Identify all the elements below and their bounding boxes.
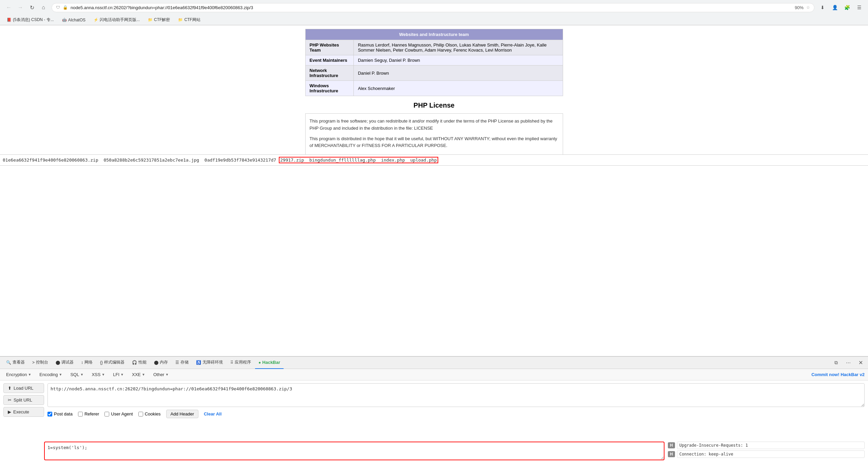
scroll-text-bar: 01e6ea6632f941f9e400f6e820060863.zip 050… <box>0 154 868 166</box>
browser-toolbar: ← → ↻ ⌂ 🛡 🔒 node5.anna.nssctf.cn:26202/?… <box>0 0 868 15</box>
bookmark-flash-label: 闪电活动助手网页版... <box>100 17 140 23</box>
php-info-table: Websites and Infrastructure team PHP Web… <box>305 29 563 96</box>
csdn-icon: 📕 <box>7 18 12 22</box>
role-windows: Windows Infrastructure <box>305 81 354 96</box>
members-event: Damien Seguy, Daniel P. Brown <box>354 55 563 66</box>
bookmark-aichat-label: AIchatOS <box>68 18 85 22</box>
security-icon: 🛡 <box>56 5 60 10</box>
role-network: Network Infrastructure <box>305 66 354 81</box>
license-para-1: This program is free software; you can r… <box>310 118 559 132</box>
back-button[interactable]: ← <box>4 3 14 12</box>
table-row: Event Maintainers Damien Seguy, Daniel P… <box>305 55 563 66</box>
star-icon[interactable]: ☆ <box>806 5 810 10</box>
zoom-level: 90% <box>795 5 804 10</box>
php-license-section: PHP License This program is free softwar… <box>305 101 563 154</box>
url-display: node5.anna.nssctf.cn:26202/?bingdundun=p… <box>71 5 792 10</box>
reload-button[interactable]: ↻ <box>27 3 37 12</box>
members-network: Daniel P. Brown <box>354 66 563 81</box>
aichat-icon: 🤖 <box>62 18 67 22</box>
browser-chrome: ← → ↻ ⌂ 🛡 🔒 node5.anna.nssctf.cn:26202/?… <box>0 0 868 25</box>
bookmark-ctf-decode-label: CTF解密 <box>154 17 170 23</box>
bookmark-aichat[interactable]: 🤖 AIchatOS <box>59 17 88 23</box>
lock-icon: 🔒 <box>63 5 68 10</box>
bookmarks-bar: 📕 (5条消息) CSDN - 专... 🤖 AIchatOS ⚡ 闪电活动助手… <box>0 15 868 25</box>
bookmark-ctf-site-label: CTF网站 <box>184 17 200 23</box>
download-button[interactable]: ⬇ <box>818 3 827 12</box>
php-license-title: PHP License <box>305 101 563 109</box>
bookmark-csdn[interactable]: 📕 (5条消息) CSDN - 专... <box>4 16 57 23</box>
scroll-text: 01e6ea6632f941f9e400f6e820060863.zip 050… <box>0 157 441 163</box>
flash-icon: ⚡ <box>94 18 98 22</box>
highlight-box: 29917.zip bingdundun_ffllllllag.php inde… <box>279 157 438 163</box>
profile-button[interactable]: 👤 <box>830 3 840 12</box>
table-row: Network Infrastructure Daniel P. Brown <box>305 66 563 81</box>
page-content: Websites and Infrastructure team PHP Web… <box>0 25 868 154</box>
role-event: Event Maintainers <box>305 55 354 66</box>
members-windows: Alex Schoenmaker <box>354 81 563 96</box>
role-php-websites: PHP Websites Team <box>305 40 354 55</box>
bookmark-ctf-decode[interactable]: 📁 CTF解密 <box>145 16 173 23</box>
table-row: PHP Websites Team Rasmus Lerdorf, Hannes… <box>305 40 563 55</box>
bookmark-ctf-site[interactable]: 📁 CTF网站 <box>175 16 203 23</box>
bookmark-csdn-label: (5条消息) CSDN - 专... <box>13 17 54 23</box>
table-row: Windows Infrastructure Alex Schoenmaker <box>305 81 563 96</box>
toolbar-actions: ⬇ 👤 🧩 ☰ <box>818 3 864 12</box>
license-box: This program is free software; you can r… <box>305 113 563 154</box>
license-para-2: This program is distributed in the hope … <box>310 135 559 150</box>
ctf-site-icon: 📁 <box>178 18 183 22</box>
extensions-button[interactable]: 🧩 <box>842 3 852 12</box>
home-button[interactable]: ⌂ <box>39 3 48 12</box>
forward-button[interactable]: → <box>16 3 25 12</box>
table-header: Websites and Infrastructure team <box>305 29 563 40</box>
members-php-websites: Rasmus Lerdorf, Hannes Magnusson, Philip… <box>354 40 563 55</box>
ctf-decode-icon: 📁 <box>148 18 153 22</box>
bookmark-flash[interactable]: ⚡ 闪电活动助手网页版... <box>91 16 142 23</box>
address-bar[interactable]: 🛡 🔒 node5.anna.nssctf.cn:26202/?bingdund… <box>52 3 814 12</box>
nav-buttons: ← → ↻ ⌂ <box>4 3 48 12</box>
menu-button[interactable]: ☰ <box>854 3 864 12</box>
